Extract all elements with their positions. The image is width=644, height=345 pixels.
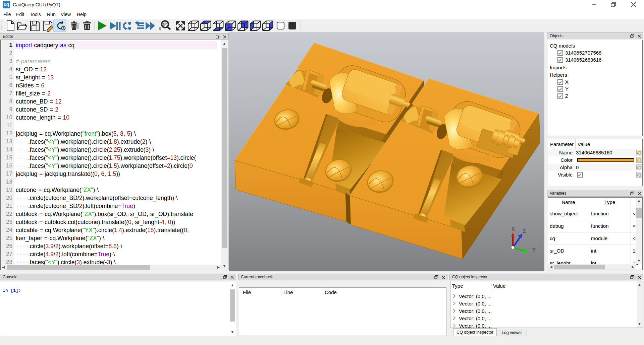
svg-text:Y: Y [532, 248, 536, 253]
svg-text:Z: Z [523, 229, 526, 234]
svg-text:X: X [512, 227, 515, 232]
